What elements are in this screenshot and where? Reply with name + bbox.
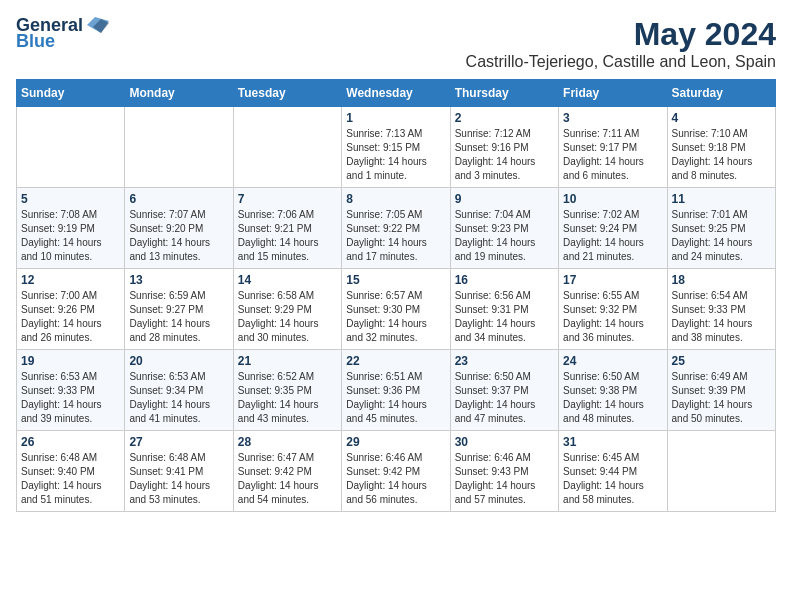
day-number: 28: [238, 435, 337, 449]
day-info: Sunrise: 7:13 AMSunset: 9:15 PMDaylight:…: [346, 127, 445, 183]
calendar-cell: 20Sunrise: 6:53 AMSunset: 9:34 PMDayligh…: [125, 350, 233, 431]
day-number: 21: [238, 354, 337, 368]
calendar-cell: 25Sunrise: 6:49 AMSunset: 9:39 PMDayligh…: [667, 350, 775, 431]
day-number: 7: [238, 192, 337, 206]
day-info: Sunrise: 6:48 AMSunset: 9:41 PMDaylight:…: [129, 451, 228, 507]
day-info: Sunrise: 7:08 AMSunset: 9:19 PMDaylight:…: [21, 208, 120, 264]
calendar-cell: 29Sunrise: 6:46 AMSunset: 9:42 PMDayligh…: [342, 431, 450, 512]
day-number: 25: [672, 354, 771, 368]
calendar: SundayMondayTuesdayWednesdayThursdayFrid…: [16, 79, 776, 512]
day-number: 26: [21, 435, 120, 449]
calendar-cell: 3Sunrise: 7:11 AMSunset: 9:17 PMDaylight…: [559, 107, 667, 188]
day-info: Sunrise: 6:59 AMSunset: 9:27 PMDaylight:…: [129, 289, 228, 345]
calendar-cell: 15Sunrise: 6:57 AMSunset: 9:30 PMDayligh…: [342, 269, 450, 350]
calendar-cell: 12Sunrise: 7:00 AMSunset: 9:26 PMDayligh…: [17, 269, 125, 350]
calendar-cell: 23Sunrise: 6:50 AMSunset: 9:37 PMDayligh…: [450, 350, 558, 431]
day-number: 15: [346, 273, 445, 287]
calendar-cell: 16Sunrise: 6:56 AMSunset: 9:31 PMDayligh…: [450, 269, 558, 350]
header-sunday: Sunday: [17, 80, 125, 107]
day-info: Sunrise: 7:06 AMSunset: 9:21 PMDaylight:…: [238, 208, 337, 264]
day-number: 17: [563, 273, 662, 287]
day-number: 16: [455, 273, 554, 287]
calendar-cell: 24Sunrise: 6:50 AMSunset: 9:38 PMDayligh…: [559, 350, 667, 431]
day-info: Sunrise: 7:12 AMSunset: 9:16 PMDaylight:…: [455, 127, 554, 183]
day-number: 27: [129, 435, 228, 449]
calendar-cell: 2Sunrise: 7:12 AMSunset: 9:16 PMDaylight…: [450, 107, 558, 188]
day-number: 10: [563, 192, 662, 206]
day-number: 18: [672, 273, 771, 287]
calendar-cell: 17Sunrise: 6:55 AMSunset: 9:32 PMDayligh…: [559, 269, 667, 350]
header-tuesday: Tuesday: [233, 80, 341, 107]
calendar-cell: 13Sunrise: 6:59 AMSunset: 9:27 PMDayligh…: [125, 269, 233, 350]
day-info: Sunrise: 7:04 AMSunset: 9:23 PMDaylight:…: [455, 208, 554, 264]
day-info: Sunrise: 7:02 AMSunset: 9:24 PMDaylight:…: [563, 208, 662, 264]
header-saturday: Saturday: [667, 80, 775, 107]
day-info: Sunrise: 6:51 AMSunset: 9:36 PMDaylight:…: [346, 370, 445, 426]
calendar-cell: 22Sunrise: 6:51 AMSunset: 9:36 PMDayligh…: [342, 350, 450, 431]
day-number: 4: [672, 111, 771, 125]
logo-blue: Blue: [16, 32, 55, 50]
day-number: 24: [563, 354, 662, 368]
subtitle: Castrillo-Tejeriego, Castille and Leon, …: [466, 53, 776, 71]
day-info: Sunrise: 7:05 AMSunset: 9:22 PMDaylight:…: [346, 208, 445, 264]
calendar-cell: 18Sunrise: 6:54 AMSunset: 9:33 PMDayligh…: [667, 269, 775, 350]
calendar-cell: 6Sunrise: 7:07 AMSunset: 9:20 PMDaylight…: [125, 188, 233, 269]
calendar-cell: 27Sunrise: 6:48 AMSunset: 9:41 PMDayligh…: [125, 431, 233, 512]
day-number: 9: [455, 192, 554, 206]
day-info: Sunrise: 6:57 AMSunset: 9:30 PMDaylight:…: [346, 289, 445, 345]
day-info: Sunrise: 7:10 AMSunset: 9:18 PMDaylight:…: [672, 127, 771, 183]
calendar-cell: 1Sunrise: 7:13 AMSunset: 9:15 PMDaylight…: [342, 107, 450, 188]
day-number: 11: [672, 192, 771, 206]
calendar-cell: 14Sunrise: 6:58 AMSunset: 9:29 PMDayligh…: [233, 269, 341, 350]
day-info: Sunrise: 6:54 AMSunset: 9:33 PMDaylight:…: [672, 289, 771, 345]
logo-icon: [87, 17, 109, 33]
day-number: 1: [346, 111, 445, 125]
day-info: Sunrise: 6:53 AMSunset: 9:34 PMDaylight:…: [129, 370, 228, 426]
day-info: Sunrise: 6:53 AMSunset: 9:33 PMDaylight:…: [21, 370, 120, 426]
day-info: Sunrise: 6:50 AMSunset: 9:37 PMDaylight:…: [455, 370, 554, 426]
day-info: Sunrise: 6:45 AMSunset: 9:44 PMDaylight:…: [563, 451, 662, 507]
day-number: 22: [346, 354, 445, 368]
header-thursday: Thursday: [450, 80, 558, 107]
day-number: 8: [346, 192, 445, 206]
day-number: 12: [21, 273, 120, 287]
main-title: May 2024: [466, 16, 776, 53]
calendar-cell: 8Sunrise: 7:05 AMSunset: 9:22 PMDaylight…: [342, 188, 450, 269]
day-info: Sunrise: 6:55 AMSunset: 9:32 PMDaylight:…: [563, 289, 662, 345]
day-number: 19: [21, 354, 120, 368]
header-monday: Monday: [125, 80, 233, 107]
day-number: 30: [455, 435, 554, 449]
day-info: Sunrise: 6:46 AMSunset: 9:43 PMDaylight:…: [455, 451, 554, 507]
calendar-cell: 30Sunrise: 6:46 AMSunset: 9:43 PMDayligh…: [450, 431, 558, 512]
calendar-cell: [667, 431, 775, 512]
day-info: Sunrise: 6:58 AMSunset: 9:29 PMDaylight:…: [238, 289, 337, 345]
title-block: May 2024 Castrillo-Tejeriego, Castille a…: [466, 16, 776, 71]
calendar-cell: 28Sunrise: 6:47 AMSunset: 9:42 PMDayligh…: [233, 431, 341, 512]
day-info: Sunrise: 6:50 AMSunset: 9:38 PMDaylight:…: [563, 370, 662, 426]
logo: General Blue: [16, 16, 109, 50]
day-info: Sunrise: 6:46 AMSunset: 9:42 PMDaylight:…: [346, 451, 445, 507]
day-number: 3: [563, 111, 662, 125]
day-number: 23: [455, 354, 554, 368]
calendar-cell: 11Sunrise: 7:01 AMSunset: 9:25 PMDayligh…: [667, 188, 775, 269]
day-info: Sunrise: 6:49 AMSunset: 9:39 PMDaylight:…: [672, 370, 771, 426]
day-info: Sunrise: 6:52 AMSunset: 9:35 PMDaylight:…: [238, 370, 337, 426]
calendar-cell: [125, 107, 233, 188]
calendar-cell: 19Sunrise: 6:53 AMSunset: 9:33 PMDayligh…: [17, 350, 125, 431]
day-info: Sunrise: 6:48 AMSunset: 9:40 PMDaylight:…: [21, 451, 120, 507]
day-info: Sunrise: 6:47 AMSunset: 9:42 PMDaylight:…: [238, 451, 337, 507]
calendar-cell: 31Sunrise: 6:45 AMSunset: 9:44 PMDayligh…: [559, 431, 667, 512]
calendar-cell: 4Sunrise: 7:10 AMSunset: 9:18 PMDaylight…: [667, 107, 775, 188]
calendar-cell: 5Sunrise: 7:08 AMSunset: 9:19 PMDaylight…: [17, 188, 125, 269]
day-info: Sunrise: 7:00 AMSunset: 9:26 PMDaylight:…: [21, 289, 120, 345]
calendar-cell: [233, 107, 341, 188]
day-number: 31: [563, 435, 662, 449]
day-number: 13: [129, 273, 228, 287]
day-number: 5: [21, 192, 120, 206]
day-number: 14: [238, 273, 337, 287]
day-info: Sunrise: 7:01 AMSunset: 9:25 PMDaylight:…: [672, 208, 771, 264]
day-number: 20: [129, 354, 228, 368]
day-number: 29: [346, 435, 445, 449]
day-info: Sunrise: 6:56 AMSunset: 9:31 PMDaylight:…: [455, 289, 554, 345]
day-info: Sunrise: 7:11 AMSunset: 9:17 PMDaylight:…: [563, 127, 662, 183]
